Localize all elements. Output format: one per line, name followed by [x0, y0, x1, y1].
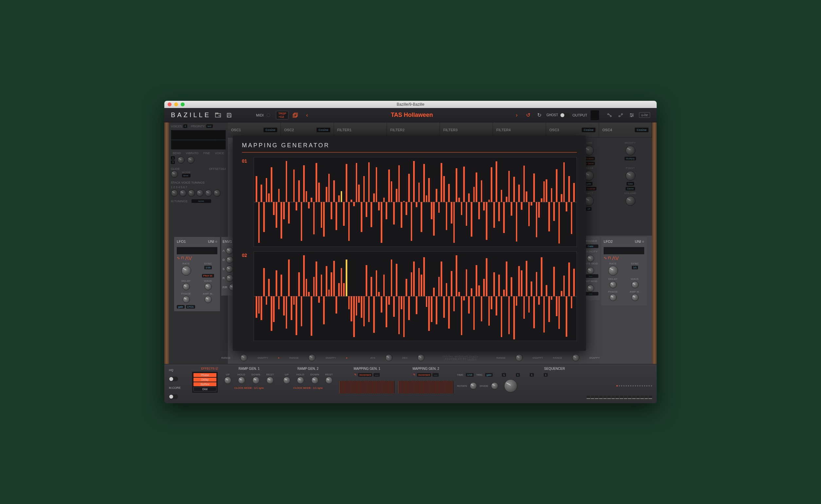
map-step[interactable] [530, 159, 533, 245]
map-step[interactable] [380, 253, 383, 339]
view-cables-icon[interactable] [617, 111, 625, 119]
map-step[interactable] [423, 159, 425, 245]
map-step[interactable] [503, 159, 505, 245]
map-step[interactable] [323, 253, 325, 339]
map-step[interactable] [488, 253, 490, 339]
map-step[interactable] [255, 159, 258, 245]
map-step[interactable] [516, 253, 518, 339]
map-step[interactable] [458, 159, 460, 245]
map-step[interactable] [303, 253, 305, 339]
seq-loop-count[interactable]: 1 [544, 373, 548, 377]
map-step[interactable] [443, 253, 445, 339]
map-step[interactable] [318, 253, 320, 339]
map-step[interactable] [523, 159, 525, 245]
map-step[interactable] [563, 159, 565, 245]
lfo1-phase-knob[interactable] [183, 296, 190, 303]
map-step[interactable] [450, 159, 453, 245]
map-step[interactable] [313, 159, 315, 245]
map-step[interactable] [538, 159, 540, 245]
map-step[interactable] [508, 253, 510, 339]
ramp1-clock[interactable]: 1/1 sync [254, 387, 264, 389]
seq-step-slider[interactable] [595, 396, 598, 401]
map-step[interactable] [540, 253, 543, 339]
seq-trig[interactable]: gate [485, 373, 493, 377]
map-step[interactable] [403, 253, 405, 339]
map-step[interactable] [560, 253, 563, 339]
map-step[interactable] [293, 159, 295, 245]
map-step[interactable] [450, 253, 453, 339]
map-step[interactable] [356, 253, 358, 339]
map-step[interactable] [388, 159, 390, 245]
map-step[interactable] [568, 253, 570, 339]
velocity-knob[interactable] [587, 255, 594, 262]
map-step[interactable] [345, 159, 348, 245]
map-step[interactable] [320, 253, 323, 339]
map-step[interactable] [461, 253, 463, 339]
map-step[interactable] [348, 159, 350, 245]
map-step[interactable] [518, 253, 520, 339]
map-step[interactable] [470, 159, 473, 245]
map-step[interactable] [505, 253, 508, 339]
map-step[interactable] [288, 159, 290, 245]
map-step[interactable] [310, 253, 313, 339]
map-step[interactable] [268, 159, 270, 245]
lfo2-wave-icons[interactable]: ∿ ⊓ ⋀⋁ [604, 256, 644, 260]
lfo1-delay-knob[interactable] [183, 283, 190, 290]
map-step[interactable] [350, 253, 353, 339]
bend-down[interactable]: 3 [171, 160, 175, 164]
map-step[interactable] [483, 253, 485, 339]
map-step[interactable] [400, 253, 403, 339]
map-step[interactable] [413, 253, 415, 339]
seq-step-slider[interactable] [628, 396, 631, 401]
seq-divide-knob[interactable] [491, 382, 498, 389]
map-step[interactable] [310, 159, 313, 245]
map2-mode[interactable]: Increment [417, 373, 431, 377]
map-step[interactable] [283, 253, 285, 339]
lfo2-wave-knob[interactable] [631, 281, 639, 288]
map-step[interactable] [348, 253, 350, 339]
fx-phase[interactable]: Phase [193, 373, 216, 377]
map-step[interactable] [363, 159, 365, 245]
map-step[interactable] [435, 159, 438, 245]
map-step[interactable] [350, 159, 353, 245]
map-step[interactable] [260, 253, 263, 339]
map-step[interactable] [490, 253, 493, 339]
map-step[interactable] [330, 253, 333, 339]
lfo1-wave-icons[interactable]: ∿ ⊓ ⋀⋁ [177, 256, 217, 260]
lfo1-ampm-knob[interactable] [205, 296, 212, 303]
map-step[interactable] [308, 159, 310, 245]
lfo1-wave-knob[interactable] [205, 283, 212, 290]
map-step[interactable] [353, 159, 355, 245]
map-step[interactable] [463, 253, 465, 339]
map-step[interactable] [461, 159, 463, 245]
ratemod-knob[interactable] [587, 267, 594, 274]
ramp1-knobs-rest[interactable] [266, 377, 274, 384]
seq-step-slider[interactable] [607, 396, 611, 401]
map-step[interactable] [446, 253, 448, 339]
map-step[interactable] [501, 159, 503, 245]
seq-loop-count[interactable]: 1 [530, 373, 534, 377]
minimize-window-button[interactable] [174, 102, 178, 106]
seq-step-slider[interactable] [587, 396, 590, 401]
map-step[interactable] [496, 253, 498, 339]
map-step[interactable] [360, 253, 363, 339]
map-step[interactable] [525, 159, 528, 245]
map-step[interactable] [295, 253, 298, 339]
seq-sliders[interactable] [587, 396, 652, 401]
env-d-knob[interactable] [226, 256, 233, 263]
map-step[interactable] [385, 253, 388, 339]
settings-icon[interactable] [628, 111, 636, 119]
map-step[interactable] [336, 159, 338, 245]
map-step[interactable] [325, 159, 328, 245]
seq-rotate-knob[interactable] [470, 382, 477, 389]
map-step[interactable] [280, 159, 283, 245]
map-step[interactable] [418, 253, 420, 339]
map-step[interactable] [298, 253, 300, 339]
map-step[interactable] [318, 159, 320, 245]
map-step[interactable] [443, 159, 445, 245]
osc-wave-select[interactable]: Cosine [635, 128, 648, 132]
map-step[interactable] [545, 253, 548, 339]
map-step[interactable] [391, 159, 393, 245]
ramp2-clock[interactable]: 1/1 sync [313, 387, 323, 389]
map-step[interactable] [455, 159, 458, 245]
